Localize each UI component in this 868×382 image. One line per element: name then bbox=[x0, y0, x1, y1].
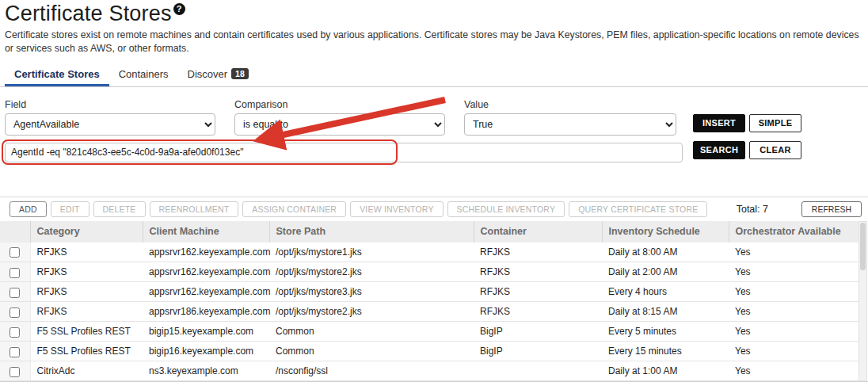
page-description: Certificate stores exist on remote machi… bbox=[5, 29, 862, 55]
table-row: RFJKSappsrvr162.keyexample.com/opt/jks/m… bbox=[0, 262, 858, 282]
select-all-header bbox=[0, 221, 30, 243]
cell-container: RFJKS bbox=[474, 262, 602, 282]
cell-client-machine: appsrvr162.keyexample.com bbox=[143, 282, 269, 302]
cell-category: F5 SSL Profiles REST bbox=[30, 342, 143, 361]
cell-container: BigIP bbox=[474, 322, 602, 342]
value-label: Value bbox=[464, 99, 489, 110]
discover-count-badge: 18 bbox=[231, 68, 249, 79]
cell-orchestrator-available: Yes bbox=[729, 262, 858, 282]
toolbar-button-delete: DELETE bbox=[93, 201, 146, 217]
cell-client-machine: appsrvr162.keyexample.com bbox=[143, 243, 269, 262]
table-row: F5 SSL Profiles RESTbigip15.keyexample.c… bbox=[0, 322, 858, 342]
cell-inventory-schedule: Daily at 8:15 AM bbox=[602, 302, 729, 322]
column-header-inventory-schedule[interactable]: Inventory Schedule bbox=[602, 221, 729, 243]
table-row: F5 SSL Profiles RESTbigip16.keyexample.c… bbox=[0, 342, 858, 361]
tab-label: Containers bbox=[119, 68, 169, 80]
cell-client-machine: ns3.keyexample.com bbox=[143, 361, 269, 381]
field-select[interactable]: AgentAvailable bbox=[5, 113, 215, 136]
tab-label: Discover bbox=[188, 68, 228, 80]
page-header: Certificate Stores? Certificate stores e… bbox=[0, 0, 868, 55]
store-table-body: RFJKSappsrvr162.keyexample.com/opt/jks/m… bbox=[0, 243, 858, 381]
row-checkbox[interactable] bbox=[10, 247, 20, 258]
help-icon[interactable]: ? bbox=[173, 3, 185, 15]
row-select-cell bbox=[0, 282, 30, 302]
table-header-row: Category Client Machine Store Path Conta… bbox=[0, 221, 858, 243]
tab-label: Certificate Stores bbox=[14, 68, 100, 80]
tab-certificate-stores[interactable]: Certificate Stores bbox=[5, 64, 109, 86]
comparison-select[interactable]: is equal to bbox=[234, 113, 445, 136]
scrollbar-thumb[interactable] bbox=[860, 223, 866, 270]
column-header-client-machine[interactable]: Client Machine bbox=[143, 221, 269, 243]
cell-inventory-schedule: Every 15 minutes bbox=[602, 342, 729, 361]
cell-inventory-schedule: Daily at 2:00 AM bbox=[602, 262, 729, 282]
toolbar-button-schedule-inventory: SCHEDULE INVENTORY bbox=[447, 201, 565, 217]
cell-store-path: Common bbox=[269, 322, 474, 342]
row-checkbox[interactable] bbox=[10, 347, 20, 357]
cell-client-machine: bigip15.keyexample.com bbox=[143, 322, 269, 342]
cell-client-machine: appsrvr162.keyexample.com bbox=[143, 262, 269, 282]
row-checkbox[interactable] bbox=[10, 308, 20, 318]
cell-container: BigIP bbox=[474, 342, 602, 361]
toolbar-button-add[interactable]: ADD bbox=[10, 201, 47, 217]
cell-inventory-schedule: Every 5 minutes bbox=[602, 322, 729, 342]
cell-inventory-schedule: Daily at 8:00 AM bbox=[602, 243, 729, 262]
cell-store-path: Common bbox=[269, 342, 474, 361]
row-select-cell bbox=[0, 361, 30, 381]
row-select-cell bbox=[0, 322, 30, 342]
field-label: Field bbox=[5, 99, 26, 110]
toolbar-button-assign-container: ASSIGN CONTAINER bbox=[242, 201, 346, 217]
cell-container: RFJKS bbox=[474, 243, 602, 262]
cell-container: RFJKS bbox=[474, 302, 602, 322]
cell-category: CitrixAdc bbox=[30, 361, 143, 381]
cell-container bbox=[474, 361, 602, 381]
row-checkbox[interactable] bbox=[10, 327, 20, 338]
value-select[interactable]: True bbox=[464, 113, 676, 136]
refresh-button[interactable]: REFRESH bbox=[801, 201, 862, 217]
column-header-container[interactable]: Container bbox=[474, 221, 602, 243]
search-button[interactable]: SEARCH bbox=[693, 141, 745, 159]
row-checkbox[interactable] bbox=[10, 288, 20, 298]
table-row: RFJKSappsrvr162.keyexample.com/opt/jks/m… bbox=[0, 243, 858, 262]
certificate-store-grid: ADDEDITDELETEREENROLLMENTASSIGN CONTAINE… bbox=[0, 197, 868, 382]
page-title: Certificate Stores bbox=[5, 2, 172, 26]
cell-store-path: /opt/jks/mystore1.jks bbox=[269, 243, 474, 262]
cell-client-machine: appsrvr186.keyexample.com bbox=[143, 302, 269, 322]
simple-button[interactable]: SIMPLE bbox=[749, 114, 801, 132]
table-scrollbar[interactable] bbox=[858, 221, 867, 381]
tab-discover[interactable]: Discover18 bbox=[178, 64, 258, 86]
cell-category: F5 SSL Profiles REST bbox=[30, 322, 143, 342]
table-row: RFJKSappsrvr186.keyexample.com/opt/jks/m… bbox=[0, 302, 858, 322]
row-checkbox[interactable] bbox=[10, 268, 20, 278]
cell-inventory-schedule: Every 4 hours bbox=[602, 282, 729, 302]
column-header-category[interactable]: Category bbox=[30, 221, 143, 243]
cell-category: RFJKS bbox=[30, 262, 143, 282]
toolbar-buttons: ADDEDITDELETEREENROLLMENTASSIGN CONTAINE… bbox=[10, 201, 711, 217]
store-table: Category Client Machine Store Path Conta… bbox=[0, 221, 858, 382]
comparison-label: Comparison bbox=[234, 99, 287, 110]
cell-category: RFJKS bbox=[30, 243, 143, 262]
cell-orchestrator-available: Yes bbox=[729, 282, 858, 302]
toolbar-button-query-certificate-store: QUERY CERTIFICATE STORE bbox=[569, 201, 707, 217]
cell-store-path: /opt/jks/mystore2.jks bbox=[269, 262, 474, 282]
toolbar-button-edit: EDIT bbox=[51, 201, 89, 217]
row-checkbox[interactable] bbox=[10, 367, 20, 377]
column-header-orchestrator-available[interactable]: Orchestrator Available bbox=[729, 221, 858, 243]
grid-toolbar: ADDEDITDELETEREENROLLMENTASSIGN CONTAINE… bbox=[0, 197, 868, 221]
cell-store-path: /opt/jks/mystore3.jks bbox=[269, 282, 474, 302]
row-select-cell bbox=[0, 342, 30, 361]
column-header-store-path[interactable]: Store Path bbox=[269, 221, 474, 243]
row-select-cell bbox=[0, 243, 30, 262]
toolbar-button-reenrollment: REENROLLMENT bbox=[150, 201, 239, 217]
cell-category: RFJKS bbox=[30, 282, 143, 302]
cell-orchestrator-available: Yes bbox=[729, 361, 858, 381]
insert-button[interactable]: INSERT bbox=[693, 114, 745, 132]
query-input[interactable] bbox=[5, 143, 683, 162]
cell-orchestrator-available: Yes bbox=[729, 342, 858, 361]
clear-button[interactable]: CLEAR bbox=[749, 141, 801, 159]
row-select-cell bbox=[0, 302, 30, 322]
cell-orchestrator-available: Yes bbox=[729, 243, 858, 262]
tab-containers[interactable]: Containers bbox=[109, 64, 178, 86]
cell-store-path: /nsconfig/ssl bbox=[269, 361, 474, 381]
toolbar-button-view-inventory: VIEW INVENTORY bbox=[350, 201, 443, 217]
cell-store-path: /opt/jks/mystore2.jks bbox=[269, 302, 474, 322]
